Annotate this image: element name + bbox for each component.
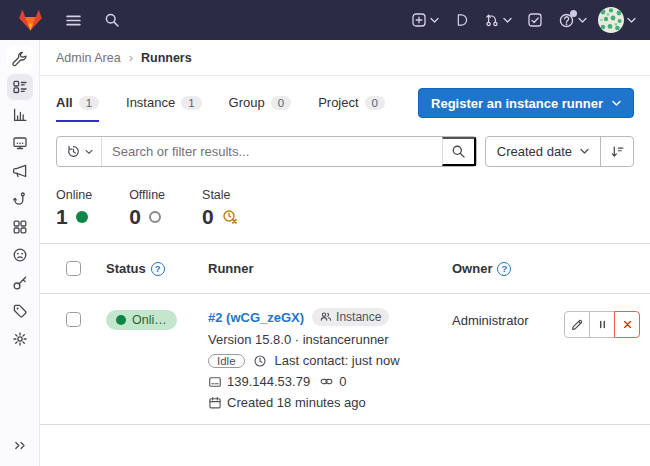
close-x-icon <box>621 318 634 331</box>
filter-bar: Created date <box>56 136 634 167</box>
tab-project[interactable]: Project 0 <box>318 95 385 122</box>
table-header-row: Status Runner Owner <box>40 244 650 294</box>
sidebar-item-analytics[interactable] <box>7 102 33 128</box>
link-icon <box>319 375 334 388</box>
runner-ip: 139.144.53.79 <box>227 374 310 389</box>
stale-clock-icon <box>222 209 238 225</box>
runner-version: Version 15.8.0 · instancerunner <box>208 332 400 347</box>
runner-stats: Online 1 Offline 0 Stale 0 <box>56 188 634 229</box>
calendar-icon <box>208 396 222 410</box>
edit-runner-button[interactable] <box>564 311 590 338</box>
hamburger-menu-icon[interactable] <box>61 8 86 33</box>
notification-dot <box>570 10 577 17</box>
tab-group[interactable]: Group 0 <box>229 95 292 122</box>
user-menu[interactable] <box>598 7 636 33</box>
computer-icon <box>208 375 222 389</box>
top-navbar <box>0 0 650 40</box>
sidebar-item-overview[interactable] <box>7 74 33 100</box>
bar-chart-icon <box>12 107 28 123</box>
overview-icon <box>12 79 28 95</box>
search-input[interactable] <box>102 137 442 166</box>
pencil-icon <box>570 318 584 332</box>
todo-list-icon[interactable] <box>523 8 547 32</box>
sidebar-item-messages[interactable] <box>7 158 33 184</box>
tab-instance-count: 1 <box>181 96 201 110</box>
history-icon <box>66 144 81 159</box>
idle-badge: Idle <box>208 354 245 368</box>
sort-by-dropdown[interactable]: Created date <box>486 137 600 166</box>
sidebar-item-labels[interactable] <box>7 298 33 324</box>
search-icon[interactable] <box>100 8 124 32</box>
sidebar-item-settings[interactable] <box>7 326 33 352</box>
instance-badge: Instance <box>312 308 389 326</box>
avatar <box>598 7 624 33</box>
sidebar-item-monitoring[interactable] <box>7 130 33 156</box>
chevron-down-icon <box>503 17 512 24</box>
runners-table: Status Runner Owner Onli… <box>40 243 650 425</box>
people-icon <box>320 311 332 323</box>
sidebar-item-abuse-reports[interactable] <box>7 242 33 268</box>
online-dot-icon <box>76 211 88 223</box>
sidebar-item-system-hooks[interactable] <box>7 186 33 212</box>
runner-link[interactable]: #2 (wCG_zeGX) <box>208 310 304 325</box>
offline-ring-icon <box>149 211 161 223</box>
sidebar-item-admin-area[interactable] <box>7 46 33 72</box>
chevron-down-icon <box>580 148 589 155</box>
runner-tabs-row: All 1 Instance 1 Group 0 Project 0 Regis… <box>40 76 650 122</box>
search-submit-button[interactable] <box>442 137 476 166</box>
frown-face-icon <box>12 247 28 263</box>
breadcrumb-admin-area[interactable]: Admin Area <box>56 51 121 65</box>
owner-name: Administrator <box>452 313 529 328</box>
select-all-checkbox[interactable] <box>66 261 81 276</box>
pause-runner-button[interactable] <box>589 311 615 338</box>
row-actions <box>564 311 640 338</box>
chevron-down-icon <box>85 149 93 155</box>
pause-icon <box>596 318 609 331</box>
sort-descending-icon <box>610 144 625 159</box>
sort-direction-button[interactable] <box>600 137 633 166</box>
tab-project-count: 0 <box>365 96 385 110</box>
megaphone-icon <box>12 163 28 179</box>
clock-icon <box>253 354 267 368</box>
link-count: 0 <box>339 374 346 389</box>
chevron-double-right-icon <box>13 438 28 453</box>
breadcrumb-current: Runners <box>141 51 192 65</box>
recent-searches-dropdown[interactable] <box>57 137 102 166</box>
status-help-icon[interactable] <box>151 262 165 276</box>
status-badge: Onli… <box>106 310 177 330</box>
new-dropdown[interactable] <box>411 12 439 28</box>
online-dot-icon <box>116 315 126 325</box>
search-icon <box>451 144 466 159</box>
gear-icon <box>12 331 28 347</box>
help-dropdown[interactable] <box>558 12 587 29</box>
sidebar-item-deploy-keys[interactable] <box>7 270 33 296</box>
tab-all-count: 1 <box>79 96 99 110</box>
chevron-down-icon <box>578 17 587 24</box>
apps-grid-icon <box>12 219 28 235</box>
collapse-sidebar-button[interactable] <box>7 432 33 458</box>
sort-group: Created date <box>485 136 634 167</box>
stat-offline: Offline 0 <box>129 188 165 229</box>
docs-icon[interactable] <box>450 8 473 32</box>
sidebar-item-applications[interactable] <box>7 214 33 240</box>
owner-help-icon[interactable] <box>497 262 511 276</box>
chevron-down-icon <box>627 17 636 24</box>
merge-request-icon <box>484 12 500 28</box>
row-checkbox[interactable] <box>66 312 81 327</box>
tab-instance[interactable]: Instance 1 <box>126 95 202 122</box>
search-filter-group <box>56 136 477 167</box>
delete-runner-button[interactable] <box>614 311 640 338</box>
merge-requests-dropdown[interactable] <box>484 12 512 28</box>
label-tag-icon <box>12 303 28 319</box>
hook-icon <box>12 191 28 207</box>
key-icon <box>12 275 28 291</box>
chevron-down-icon <box>612 100 621 107</box>
gitlab-logo[interactable] <box>14 4 47 36</box>
created-ago: Created 18 minutes ago <box>227 395 366 410</box>
last-contact: Last contact: just now <box>275 353 400 368</box>
monitor-icon <box>12 135 28 151</box>
breadcrumb-separator-icon: › <box>129 50 133 65</box>
admin-sidebar <box>0 40 40 466</box>
tab-all[interactable]: All 1 <box>56 95 99 122</box>
register-instance-runner-button[interactable]: Register an instance runner <box>418 88 634 118</box>
